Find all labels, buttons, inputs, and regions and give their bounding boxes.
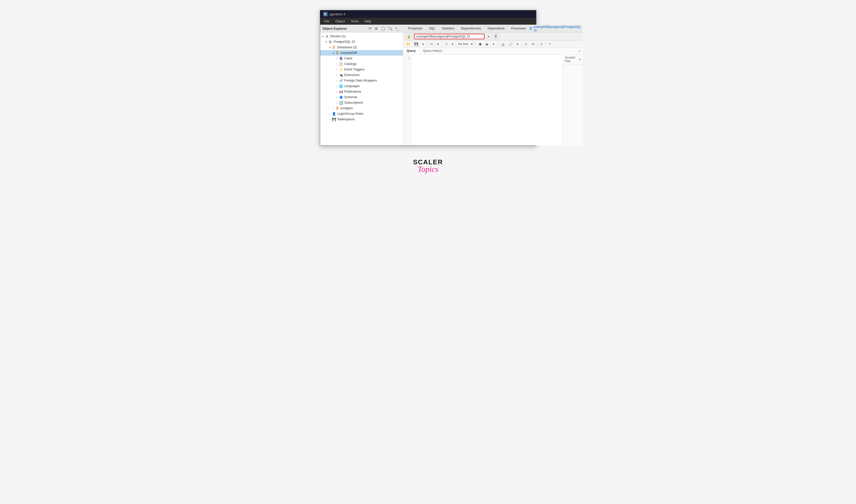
qt-save-btn[interactable]: 💾 bbox=[413, 41, 420, 47]
connection-refresh-btn[interactable]: 🗄 bbox=[493, 34, 499, 39]
toggle-tablespaces[interactable]: › bbox=[328, 118, 332, 121]
tab-dependents[interactable]: Dependents bbox=[484, 25, 507, 32]
tab-dependencies[interactable]: Dependencies bbox=[458, 25, 484, 32]
tab-sql[interactable]: SQL bbox=[426, 25, 438, 32]
menu-tools[interactable]: Tools bbox=[350, 19, 359, 24]
qt-explain-btn[interactable]: 📊 bbox=[499, 41, 506, 47]
tree-item-servers[interactable]: ▾ 🖥 Servers (1) bbox=[320, 34, 403, 39]
oe-toolbar: ⟳ ⊞ 📋 🔍 >_ bbox=[368, 26, 400, 31]
tree-item-languages[interactable]: › 🌐 Languages bbox=[320, 83, 403, 89]
tree-item-event-triggers[interactable]: › ⚡ Event Triggers bbox=[320, 67, 403, 72]
query-expand-btn[interactable]: ⤢ bbox=[576, 48, 583, 54]
qt-format-btn[interactable]: ✏ bbox=[429, 41, 435, 47]
oe-search-btn[interactable]: 🔍 bbox=[387, 26, 393, 31]
menu-file[interactable]: File bbox=[323, 19, 331, 24]
qt-run-btn[interactable]: ▶ bbox=[484, 41, 490, 47]
catalogs-label: Catalogs bbox=[344, 62, 357, 66]
tree-item-postgres[interactable]: › 🗄 postgres bbox=[320, 105, 403, 111]
tree-item-tablespaces[interactable]: › 💾 Tablespaces bbox=[320, 116, 403, 122]
fdw-icon: 🔗 bbox=[339, 78, 343, 83]
catalogs-icon: 📋 bbox=[339, 62, 343, 66]
qt-commit-btn[interactable]: ✔ bbox=[523, 41, 529, 47]
query-tab-query[interactable]: Query bbox=[403, 48, 420, 54]
connection-input[interactable] bbox=[416, 35, 482, 38]
tree-item-subscriptions[interactable]: › 🔄 Subscriptions bbox=[320, 100, 403, 105]
connection-dropdown-btn[interactable]: ▾ bbox=[486, 34, 491, 39]
line-number-1: 1 bbox=[405, 57, 410, 60]
tree-item-extensions[interactable]: › 🔌 Extensions bbox=[320, 72, 403, 78]
toggle-extensions[interactable]: › bbox=[335, 74, 339, 76]
toggle-casts[interactable]: › bbox=[335, 57, 339, 60]
exampledb-icon: 🗄 bbox=[335, 51, 340, 55]
oe-header: Object Explorer ⟳ ⊞ 📋 🔍 >_ bbox=[320, 25, 403, 33]
toggle-postgres[interactable]: › bbox=[332, 107, 335, 110]
subscriptions-icon: 🔄 bbox=[339, 101, 343, 105]
scratch-pad: Scratch Pad × bbox=[563, 55, 583, 145]
scratch-pad-header: Scratch Pad × bbox=[563, 55, 583, 65]
qt-limit-select[interactable]: No limit 10 100 1000 bbox=[456, 41, 474, 47]
toggle-event-triggers[interactable]: › bbox=[335, 68, 339, 71]
oe-terminal-btn[interactable]: >_ bbox=[394, 26, 400, 31]
qt-filter-btn[interactable]: ▽ bbox=[444, 41, 449, 47]
tree-item-exampledb[interactable]: ▾ 🗄 exampleDB bbox=[320, 50, 403, 56]
toggle-servers[interactable]: ▾ bbox=[321, 35, 325, 38]
oe-grid-btn[interactable]: ⊞ bbox=[374, 26, 379, 31]
line-numbers: 1 bbox=[403, 55, 412, 145]
oe-copy-btn[interactable]: 📋 bbox=[380, 26, 386, 31]
toggle-pg15[interactable]: ▾ bbox=[325, 40, 328, 43]
editor-content[interactable] bbox=[412, 55, 563, 145]
query-tool-tab-label: exampleDB/postgres@PostgreSQL 15 bbox=[533, 25, 581, 32]
right-panel: Properties SQL Statistics Dependencies D… bbox=[403, 25, 583, 145]
top-tab-bar: Properties SQL Statistics Dependencies D… bbox=[403, 25, 583, 33]
qt-filter-dropdown[interactable]: ▾ bbox=[450, 41, 455, 47]
casts-label: Casts bbox=[344, 57, 352, 60]
tree-item-publications[interactable]: › 📢 Publications bbox=[320, 89, 403, 94]
query-tool-tab[interactable]: 🗄 exampleDB/postgres@PostgreSQL 15 bbox=[529, 25, 581, 32]
tree-item-login-roles[interactable]: › 👤 Login/Group Roles bbox=[320, 111, 403, 116]
qt-chart-btn[interactable]: 📈 bbox=[507, 41, 514, 47]
menu-help[interactable]: Help bbox=[363, 19, 372, 24]
login-roles-label: Login/Group Roles bbox=[337, 112, 363, 115]
qt-help-btn[interactable]: ? bbox=[547, 41, 552, 47]
scratch-pad-close[interactable]: × bbox=[579, 57, 581, 61]
toggle-publications[interactable]: › bbox=[335, 90, 339, 93]
qt-save-dropdown[interactable]: ▾ bbox=[421, 41, 426, 47]
oe-refresh-btn[interactable]: ⟳ bbox=[368, 26, 373, 31]
query-tab-history[interactable]: Query History bbox=[420, 48, 446, 54]
pg-admin-icon: 🐘 bbox=[323, 12, 328, 16]
toggle-login-roles[interactable]: › bbox=[328, 112, 332, 115]
app-window: 🐘 pgAdmin 4 File Object Tools Help Objec… bbox=[320, 10, 536, 146]
toggle-databases[interactable]: ▾ bbox=[328, 46, 332, 49]
toggle-exampledb[interactable]: ▾ bbox=[332, 52, 335, 54]
tree-item-postgresql15[interactable]: ▾ 🐘 PostgreSQL 15 bbox=[320, 39, 403, 44]
qt-macros-btn[interactable]: ≡ bbox=[539, 41, 544, 47]
qt-format-dropdown[interactable]: ▾ bbox=[436, 41, 441, 47]
oe-title: Object Explorer bbox=[323, 27, 347, 31]
tree-item-fdw[interactable]: › 🔗 Foreign Data Wrappers bbox=[320, 78, 403, 83]
tree-item-schemas[interactable]: › 🔷 Schemas bbox=[320, 94, 403, 100]
query-tabs: Query Query History ⤢ bbox=[403, 48, 583, 55]
tab-processes[interactable]: Processes bbox=[508, 25, 529, 32]
tab-properties[interactable]: Properties bbox=[405, 25, 426, 32]
toggle-languages[interactable]: › bbox=[335, 85, 339, 88]
tree-item-casts[interactable]: › 🔮 Casts bbox=[320, 56, 403, 61]
tree-item-catalogs[interactable]: › 📋 Catalogs bbox=[320, 61, 403, 67]
qt-run-dropdown[interactable]: ▾ bbox=[491, 41, 496, 47]
qt-rollback-btn[interactable]: ↺ bbox=[530, 41, 536, 47]
toggle-catalogs[interactable]: › bbox=[335, 62, 339, 66]
qt-stop-btn[interactable]: ⏹ bbox=[477, 41, 483, 47]
schemas-label: Schemas bbox=[344, 95, 357, 99]
toggle-fdw[interactable]: › bbox=[335, 79, 339, 82]
schemas-icon: 🔷 bbox=[339, 95, 343, 100]
toggle-subscriptions[interactable]: › bbox=[335, 102, 339, 104]
tab-statistics[interactable]: Statistics bbox=[439, 25, 458, 32]
languages-icon: 🌐 bbox=[339, 84, 343, 88]
qt-chart-dropdown[interactable]: ▾ bbox=[515, 41, 520, 47]
toggle-schemas[interactable]: › bbox=[335, 96, 339, 98]
qt-open-btn[interactable]: 📁 bbox=[405, 41, 412, 47]
menu-object[interactable]: Object bbox=[334, 19, 346, 24]
connection-lock-btn[interactable]: 🔒 bbox=[405, 34, 412, 39]
tablespaces-label: Tablespaces bbox=[337, 118, 355, 121]
event-triggers-label: Event Triggers bbox=[344, 68, 365, 71]
tree-item-databases[interactable]: ▾ 🗄 Databases (2) bbox=[320, 44, 403, 50]
